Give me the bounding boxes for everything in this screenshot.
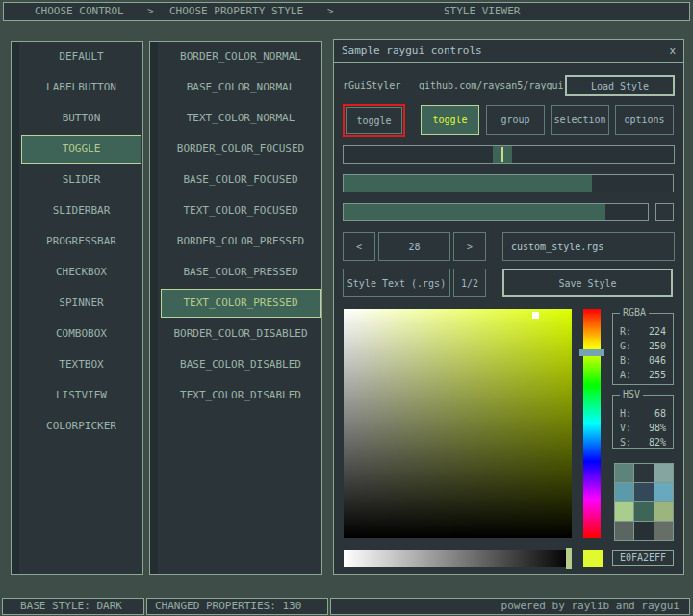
- spinner-decrement-button[interactable]: <: [343, 232, 375, 261]
- list-item-spinner[interactable]: SPINNER: [21, 289, 141, 318]
- hsv-group-label: HSV: [620, 390, 643, 399]
- list-item-toggle-selected[interactable]: TOGGLE: [21, 135, 141, 164]
- list-item-base-color-disabled[interactable]: BASE_COLOR_DISABLED: [161, 350, 321, 379]
- breadcrumb-style-viewer: STYLE VIEWER: [444, 3, 520, 20]
- properties-listview: BORDER_COLOR_NORMAL BASE_COLOR_NORMAL TE…: [149, 41, 322, 575]
- list-item-combobox[interactable]: COMBOBOX: [21, 320, 141, 348]
- palette-swatch: [615, 483, 633, 501]
- toggle-group-item-group[interactable]: group: [486, 105, 545, 135]
- rgba-a-key: A:: [620, 368, 631, 382]
- breadcrumb-choose-control: CHOOSE CONTROL: [35, 3, 124, 20]
- list-item-slider[interactable]: SLIDER: [21, 166, 141, 194]
- palette-swatch: [634, 483, 653, 501]
- format-combobox[interactable]: Style Text (.rgs): [343, 269, 450, 297]
- rgba-r-key: R:: [620, 324, 631, 339]
- list-item-sliderbar[interactable]: SLIDERBAR: [21, 196, 141, 225]
- grayscale-bar[interactable]: [344, 550, 572, 567]
- list-item-text-color-disabled[interactable]: TEXT_COLOR_DISABLED: [161, 381, 321, 410]
- changed-properties-text: CHANGED PROPERTIES: 130: [155, 599, 301, 614]
- hsv-v-row: V:98%: [613, 421, 673, 435]
- hsv-h-key: H:: [620, 406, 631, 421]
- rgba-b-row: B:046: [613, 353, 673, 368]
- list-item-labelbutton[interactable]: LABELBUTTON: [21, 73, 141, 102]
- repo-link[interactable]: github.com/raysan5/raygui: [419, 75, 564, 95]
- rgba-b-value: 046: [649, 353, 666, 368]
- controls-scrollbar[interactable]: [12, 42, 19, 574]
- window-title: Sample raygui controls: [342, 40, 482, 61]
- statusbar-base-style: BASE STYLE: DARK: [2, 598, 144, 615]
- load-style-button[interactable]: Load Style: [565, 75, 675, 96]
- rgba-r-row: R:224: [613, 324, 673, 339]
- color-picker-cursor: [532, 312, 539, 319]
- sample-toggle-button[interactable]: toggle: [346, 107, 402, 134]
- palette-swatch: [654, 464, 673, 482]
- base-style-text: BASE STYLE: DARK: [20, 599, 122, 614]
- list-item-border-color-pressed[interactable]: BORDER_COLOR_PRESSED: [161, 227, 321, 256]
- list-item-textbox[interactable]: TEXTBOX: [21, 350, 141, 379]
- toggle-group-item-options[interactable]: options: [615, 105, 674, 135]
- rgba-groupbox: RGBA R:224 G:250 B:046 A:255: [612, 313, 674, 385]
- rgba-g-key: G:: [620, 339, 631, 353]
- hsv-h-row: H:68: [613, 406, 673, 421]
- powered-by-text: powered by raylib and raygui: [501, 599, 680, 614]
- list-item-border-color-focused[interactable]: BORDER_COLOR_FOCUSED: [161, 135, 321, 164]
- list-item-border-color-normal[interactable]: BORDER_COLOR_NORMAL: [161, 42, 321, 71]
- hue-bar-handle[interactable]: [579, 349, 604, 356]
- filename-input[interactable]: custom_style.rgs: [502, 232, 675, 261]
- palette-swatch: [615, 502, 633, 521]
- sliderbar-fill: [344, 175, 592, 192]
- rgba-group-label: RGBA: [620, 308, 649, 318]
- sample-checkbox[interactable]: [655, 203, 674, 221]
- slider-handle[interactable]: [493, 146, 512, 163]
- spinner-value-box[interactable]: 28: [378, 232, 450, 261]
- list-item-default[interactable]: DEFAULT: [21, 42, 141, 71]
- hex-color-input[interactable]: E0FA2EFF: [612, 550, 674, 566]
- sample-sliderbar[interactable]: [343, 174, 674, 192]
- combobox-counter-button[interactable]: 1/2: [453, 269, 486, 297]
- toggle-group-item-toggle-active[interactable]: toggle: [421, 105, 479, 135]
- palette-swatch: [654, 522, 673, 540]
- sample-controls-window: Sample raygui controls x rGuiStyler gith…: [333, 39, 684, 575]
- list-item-listview[interactable]: LISTVIEW: [21, 381, 141, 410]
- statusbar-powered-by: powered by raylib and raygui: [330, 598, 690, 615]
- styled-control-highlight: toggle: [343, 104, 405, 137]
- rgba-g-value: 250: [649, 339, 666, 353]
- chevron-right-icon: >: [327, 3, 334, 20]
- list-item-button[interactable]: BUTTON: [21, 104, 141, 133]
- properties-scrollbar[interactable]: [150, 42, 158, 574]
- hsv-s-value: 82%: [649, 435, 666, 449]
- list-item-text-color-focused[interactable]: TEXT_COLOR_FOCUSED: [161, 196, 321, 225]
- list-item-base-color-focused[interactable]: BASE_COLOR_FOCUSED: [161, 166, 321, 194]
- close-icon[interactable]: x: [669, 40, 676, 61]
- palette-swatch: [654, 502, 673, 521]
- hue-bar[interactable]: [583, 309, 601, 538]
- sample-slider[interactable]: [343, 145, 675, 164]
- palette-swatch: [634, 522, 653, 540]
- rgba-a-value: 255: [649, 368, 666, 382]
- list-item-colorpicker[interactable]: COLORPICKER: [21, 412, 141, 441]
- sample-progressbar: [343, 203, 649, 221]
- color-picker-area[interactable]: [344, 309, 572, 538]
- list-item-text-color-pressed-selected[interactable]: TEXT_COLOR_PRESSED: [161, 289, 321, 318]
- hsv-h-value: 68: [654, 406, 666, 421]
- app-name-label: rGuiStyler: [343, 75, 400, 95]
- palette-swatch: [615, 522, 633, 540]
- hsv-s-key: S:: [620, 435, 631, 449]
- list-item-progressbar[interactable]: PROGRESSBAR: [21, 227, 141, 256]
- window-titlebar[interactable]: Sample raygui controls x: [334, 40, 683, 63]
- controls-listview: DEFAULT LABELBUTTON BUTTON TOGGLE SLIDER…: [11, 41, 143, 575]
- grayscale-bar-handle[interactable]: [566, 548, 572, 569]
- rgba-r-value: 224: [649, 324, 666, 339]
- list-item-base-color-pressed[interactable]: BASE_COLOR_PRESSED: [161, 258, 321, 287]
- list-item-checkbox[interactable]: CHECKBOX: [21, 258, 141, 287]
- list-item-text-color-normal[interactable]: TEXT_COLOR_NORMAL: [161, 104, 321, 133]
- hsv-groupbox: HSV H:68 V:98% S:82%: [612, 395, 674, 449]
- list-item-base-color-normal[interactable]: BASE_COLOR_NORMAL: [161, 73, 321, 102]
- current-color-swatch: [583, 550, 603, 567]
- save-style-button[interactable]: Save Style: [502, 269, 673, 297]
- list-item-border-color-disabled[interactable]: BORDER_COLOR_DISABLED: [161, 320, 321, 348]
- palette-swatch: [634, 502, 653, 521]
- spinner-increment-button[interactable]: >: [453, 232, 486, 261]
- toggle-group-item-selection[interactable]: selection: [551, 105, 609, 135]
- palette-swatch: [634, 464, 653, 482]
